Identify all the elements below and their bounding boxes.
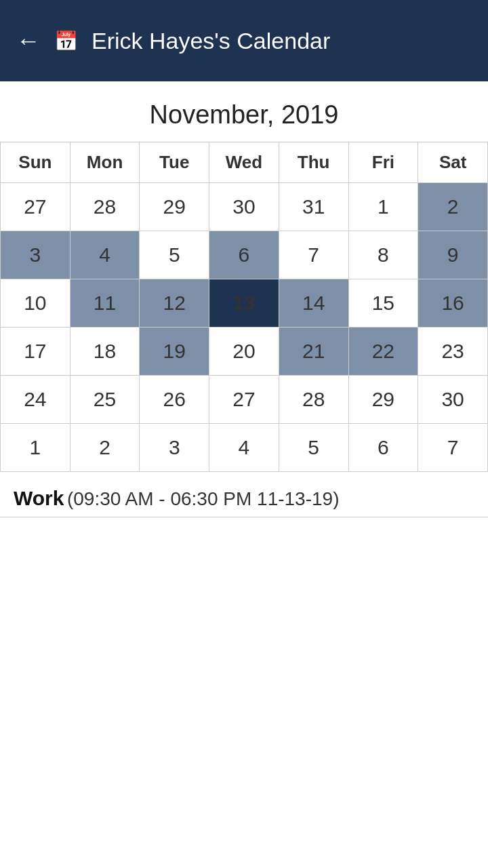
month-title: November, 2019: [0, 81, 488, 142]
event-section: Work (09:30 AM - 06:30 PM 11-13-19): [0, 472, 488, 517]
day-header-tue: Tue: [140, 142, 209, 183]
calendar-day[interactable]: 28: [279, 376, 348, 424]
day-header-mon: Mon: [70, 142, 140, 183]
calendar-week-3: 17181920212223: [1, 328, 488, 376]
day-header-fri: Fri: [348, 142, 418, 183]
calendar-day[interactable]: 4: [209, 424, 279, 472]
calendar-day[interactable]: 27: [209, 376, 279, 424]
day-header-sat: Sat: [418, 142, 488, 183]
calendar-day[interactable]: 17: [1, 328, 70, 376]
calendar-day[interactable]: 28: [70, 183, 140, 231]
calendar-day[interactable]: 7: [279, 231, 348, 279]
calendar-day[interactable]: 23: [418, 328, 488, 376]
calendar-day[interactable]: 14: [279, 279, 348, 328]
calendar-day[interactable]: 29: [140, 183, 209, 231]
calendar-day[interactable]: 11: [70, 279, 140, 328]
calendar-header: SunMonTueWedThuFriSat: [1, 142, 488, 183]
calendar-day[interactable]: 22: [348, 328, 418, 376]
calendar-week-1: 3456789: [1, 231, 488, 279]
calendar-day[interactable]: 12: [140, 279, 209, 328]
header-title: Erick Hayes's Calendar: [92, 28, 330, 54]
calendar-week-4: 24252627282930: [1, 376, 488, 424]
day-header-wed: Wed: [209, 142, 279, 183]
calendar-day[interactable]: 29: [348, 376, 418, 424]
calendar-day[interactable]: 19: [140, 328, 209, 376]
calendar-week-0: 272829303112: [1, 183, 488, 231]
calendar-table: SunMonTueWedThuFriSat 272829303112345678…: [0, 142, 488, 472]
calendar-day[interactable]: 15: [348, 279, 418, 328]
calendar-day[interactable]: 20: [209, 328, 279, 376]
calendar-day[interactable]: 26: [140, 376, 209, 424]
calendar-day[interactable]: 2: [70, 424, 140, 472]
calendar-day[interactable]: 27: [1, 183, 70, 231]
app-header: ← 📅 Erick Hayes's Calendar: [0, 0, 488, 81]
calendar-icon: 📅: [54, 30, 78, 52]
calendar-day[interactable]: 2: [418, 183, 488, 231]
back-button[interactable]: ←: [16, 26, 41, 55]
calendar-day[interactable]: 6: [209, 231, 279, 279]
calendar-day[interactable]: 18: [70, 328, 140, 376]
calendar-day[interactable]: 13: [209, 279, 279, 328]
calendar-day[interactable]: 24: [1, 376, 70, 424]
event-time-value: (09:30 AM - 06:30 PM 11-13-19): [67, 488, 340, 509]
calendar-day[interactable]: 7: [418, 424, 488, 472]
calendar-day[interactable]: 25: [70, 376, 140, 424]
calendar-day[interactable]: 3: [1, 231, 70, 279]
calendar-day[interactable]: 30: [418, 376, 488, 424]
calendar-day[interactable]: 5: [279, 424, 348, 472]
calendar-week-2: 10111213141516: [1, 279, 488, 328]
calendar-day[interactable]: 9: [418, 231, 488, 279]
event-title: Work: [14, 487, 64, 509]
calendar-day[interactable]: 30: [209, 183, 279, 231]
calendar-day[interactable]: 16: [418, 279, 488, 328]
calendar-day[interactable]: 10: [1, 279, 70, 328]
day-header-sun: Sun: [1, 142, 70, 183]
calendar-day[interactable]: 21: [279, 328, 348, 376]
calendar-day[interactable]: 4: [70, 231, 140, 279]
calendar-day[interactable]: 1: [1, 424, 70, 472]
calendar-day[interactable]: 6: [348, 424, 418, 472]
calendar-day[interactable]: 1: [348, 183, 418, 231]
calendar-day[interactable]: 5: [140, 231, 209, 279]
calendar-day[interactable]: 31: [279, 183, 348, 231]
day-header-thu: Thu: [279, 142, 348, 183]
calendar-day[interactable]: 3: [140, 424, 209, 472]
calendar-day[interactable]: 8: [348, 231, 418, 279]
calendar-body: 2728293031123456789101112131415161718192…: [1, 183, 488, 472]
calendar-week-5: 1234567: [1, 424, 488, 472]
